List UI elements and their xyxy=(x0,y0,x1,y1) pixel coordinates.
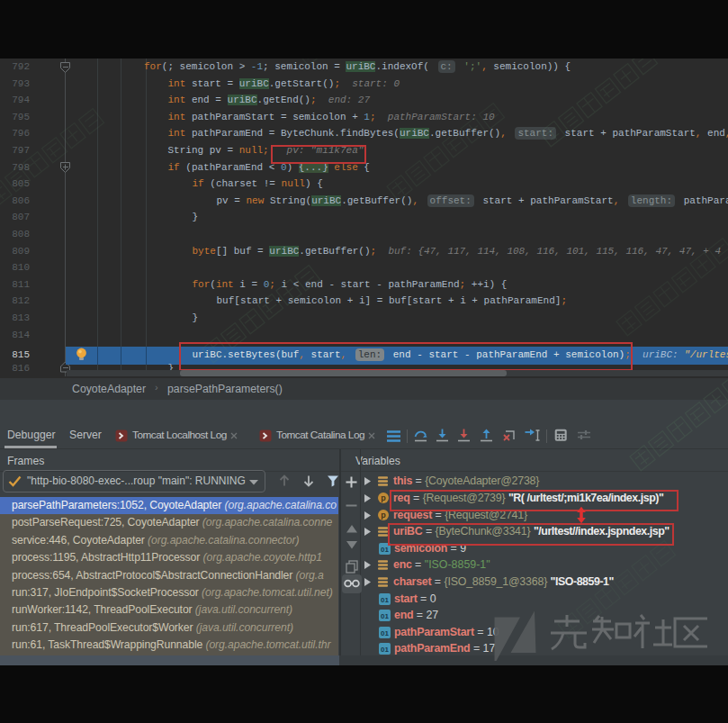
svg-text:01: 01 xyxy=(381,629,389,637)
svg-text:01: 01 xyxy=(381,595,389,603)
svg-text:01: 01 xyxy=(381,612,389,620)
svg-text:01: 01 xyxy=(381,646,389,654)
svg-text:p: p xyxy=(381,511,386,520)
svg-text:p: p xyxy=(381,493,386,502)
svg-text:01: 01 xyxy=(381,546,389,554)
